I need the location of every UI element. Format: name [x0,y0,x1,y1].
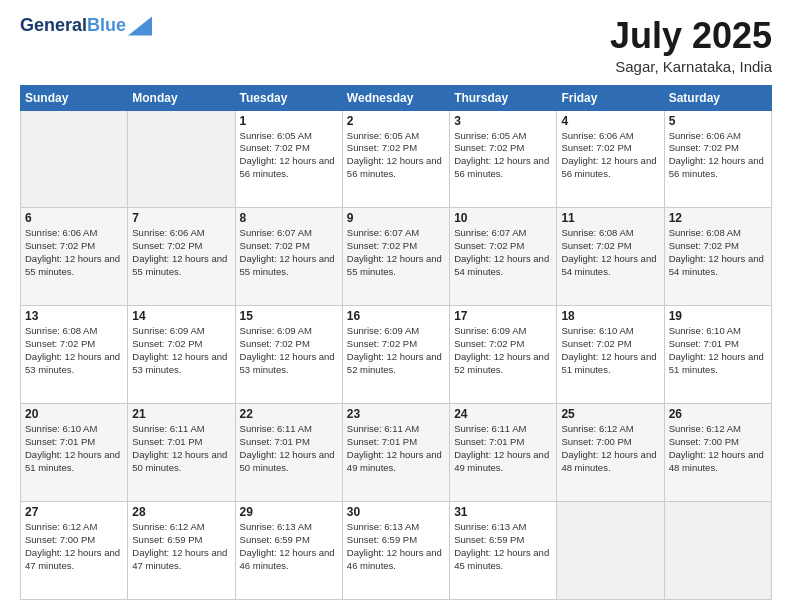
day-number: 15 [240,309,338,323]
calendar-cell: 9Sunrise: 6:07 AM Sunset: 7:02 PM Daylig… [342,208,449,306]
calendar-cell: 30Sunrise: 6:13 AM Sunset: 6:59 PM Dayli… [342,502,449,600]
calendar-week-row: 13Sunrise: 6:08 AM Sunset: 7:02 PM Dayli… [21,306,772,404]
calendar-cell: 27Sunrise: 6:12 AM Sunset: 7:00 PM Dayli… [21,502,128,600]
calendar-cell: 11Sunrise: 6:08 AM Sunset: 7:02 PM Dayli… [557,208,664,306]
calendar-week-row: 6Sunrise: 6:06 AM Sunset: 7:02 PM Daylig… [21,208,772,306]
calendar-cell: 18Sunrise: 6:10 AM Sunset: 7:02 PM Dayli… [557,306,664,404]
day-info: Sunrise: 6:09 AM Sunset: 7:02 PM Dayligh… [240,325,338,376]
calendar-cell: 2Sunrise: 6:05 AM Sunset: 7:02 PM Daylig… [342,110,449,208]
day-info: Sunrise: 6:10 AM Sunset: 7:02 PM Dayligh… [561,325,659,376]
calendar-cell: 6Sunrise: 6:06 AM Sunset: 7:02 PM Daylig… [21,208,128,306]
day-info: Sunrise: 6:05 AM Sunset: 7:02 PM Dayligh… [454,130,552,181]
calendar: SundayMondayTuesdayWednesdayThursdayFrid… [20,85,772,600]
weekday-header: Sunday [21,85,128,110]
calendar-cell: 3Sunrise: 6:05 AM Sunset: 7:02 PM Daylig… [450,110,557,208]
day-number: 11 [561,211,659,225]
calendar-cell: 15Sunrise: 6:09 AM Sunset: 7:02 PM Dayli… [235,306,342,404]
day-number: 10 [454,211,552,225]
day-number: 1 [240,114,338,128]
weekday-header: Monday [128,85,235,110]
day-number: 3 [454,114,552,128]
calendar-cell: 4Sunrise: 6:06 AM Sunset: 7:02 PM Daylig… [557,110,664,208]
logo-text: GeneralBlue [20,16,126,36]
calendar-cell: 28Sunrise: 6:12 AM Sunset: 6:59 PM Dayli… [128,502,235,600]
calendar-cell: 19Sunrise: 6:10 AM Sunset: 7:01 PM Dayli… [664,306,771,404]
calendar-cell: 21Sunrise: 6:11 AM Sunset: 7:01 PM Dayli… [128,404,235,502]
calendar-cell: 7Sunrise: 6:06 AM Sunset: 7:02 PM Daylig… [128,208,235,306]
calendar-cell: 20Sunrise: 6:10 AM Sunset: 7:01 PM Dayli… [21,404,128,502]
day-info: Sunrise: 6:11 AM Sunset: 7:01 PM Dayligh… [132,423,230,474]
calendar-cell: 26Sunrise: 6:12 AM Sunset: 7:00 PM Dayli… [664,404,771,502]
calendar-cell [128,110,235,208]
calendar-cell: 31Sunrise: 6:13 AM Sunset: 6:59 PM Dayli… [450,502,557,600]
calendar-cell [557,502,664,600]
calendar-header: SundayMondayTuesdayWednesdayThursdayFrid… [21,85,772,110]
day-info: Sunrise: 6:06 AM Sunset: 7:02 PM Dayligh… [25,227,123,278]
day-info: Sunrise: 6:11 AM Sunset: 7:01 PM Dayligh… [454,423,552,474]
calendar-cell: 16Sunrise: 6:09 AM Sunset: 7:02 PM Dayli… [342,306,449,404]
weekday-header: Saturday [664,85,771,110]
day-info: Sunrise: 6:09 AM Sunset: 7:02 PM Dayligh… [347,325,445,376]
calendar-week-row: 20Sunrise: 6:10 AM Sunset: 7:01 PM Dayli… [21,404,772,502]
day-number: 9 [347,211,445,225]
weekday-row: SundayMondayTuesdayWednesdayThursdayFrid… [21,85,772,110]
day-info: Sunrise: 6:12 AM Sunset: 6:59 PM Dayligh… [132,521,230,572]
day-number: 4 [561,114,659,128]
weekday-header: Friday [557,85,664,110]
day-number: 19 [669,309,767,323]
day-info: Sunrise: 6:07 AM Sunset: 7:02 PM Dayligh… [347,227,445,278]
day-info: Sunrise: 6:10 AM Sunset: 7:01 PM Dayligh… [25,423,123,474]
page: GeneralBlue July 2025 Sagar, Karnataka, … [0,0,792,612]
day-number: 12 [669,211,767,225]
day-number: 30 [347,505,445,519]
day-number: 21 [132,407,230,421]
calendar-cell: 13Sunrise: 6:08 AM Sunset: 7:02 PM Dayli… [21,306,128,404]
day-number: 28 [132,505,230,519]
location: Sagar, Karnataka, India [610,58,772,75]
day-info: Sunrise: 6:07 AM Sunset: 7:02 PM Dayligh… [454,227,552,278]
calendar-cell [21,110,128,208]
month-year: July 2025 [610,16,772,56]
day-number: 14 [132,309,230,323]
day-info: Sunrise: 6:06 AM Sunset: 7:02 PM Dayligh… [669,130,767,181]
day-info: Sunrise: 6:05 AM Sunset: 7:02 PM Dayligh… [240,130,338,181]
weekday-header: Wednesday [342,85,449,110]
day-info: Sunrise: 6:13 AM Sunset: 6:59 PM Dayligh… [240,521,338,572]
day-info: Sunrise: 6:06 AM Sunset: 7:02 PM Dayligh… [561,130,659,181]
svg-marker-0 [128,16,152,35]
calendar-cell: 25Sunrise: 6:12 AM Sunset: 7:00 PM Dayli… [557,404,664,502]
calendar-cell: 29Sunrise: 6:13 AM Sunset: 6:59 PM Dayli… [235,502,342,600]
calendar-cell: 5Sunrise: 6:06 AM Sunset: 7:02 PM Daylig… [664,110,771,208]
day-number: 13 [25,309,123,323]
day-number: 27 [25,505,123,519]
day-info: Sunrise: 6:12 AM Sunset: 7:00 PM Dayligh… [25,521,123,572]
day-info: Sunrise: 6:12 AM Sunset: 7:00 PM Dayligh… [669,423,767,474]
day-info: Sunrise: 6:09 AM Sunset: 7:02 PM Dayligh… [454,325,552,376]
calendar-cell: 24Sunrise: 6:11 AM Sunset: 7:01 PM Dayli… [450,404,557,502]
calendar-cell [664,502,771,600]
day-number: 22 [240,407,338,421]
day-info: Sunrise: 6:08 AM Sunset: 7:02 PM Dayligh… [669,227,767,278]
day-info: Sunrise: 6:12 AM Sunset: 7:00 PM Dayligh… [561,423,659,474]
day-info: Sunrise: 6:10 AM Sunset: 7:01 PM Dayligh… [669,325,767,376]
title-block: July 2025 Sagar, Karnataka, India [610,16,772,75]
logo: GeneralBlue [20,16,152,36]
calendar-cell: 22Sunrise: 6:11 AM Sunset: 7:01 PM Dayli… [235,404,342,502]
day-number: 31 [454,505,552,519]
weekday-header: Thursday [450,85,557,110]
day-number: 24 [454,407,552,421]
calendar-week-row: 27Sunrise: 6:12 AM Sunset: 7:00 PM Dayli… [21,502,772,600]
weekday-header: Tuesday [235,85,342,110]
day-info: Sunrise: 6:11 AM Sunset: 7:01 PM Dayligh… [347,423,445,474]
day-number: 2 [347,114,445,128]
day-info: Sunrise: 6:13 AM Sunset: 6:59 PM Dayligh… [454,521,552,572]
day-number: 20 [25,407,123,421]
day-info: Sunrise: 6:09 AM Sunset: 7:02 PM Dayligh… [132,325,230,376]
day-info: Sunrise: 6:13 AM Sunset: 6:59 PM Dayligh… [347,521,445,572]
day-number: 25 [561,407,659,421]
calendar-cell: 17Sunrise: 6:09 AM Sunset: 7:02 PM Dayli… [450,306,557,404]
day-info: Sunrise: 6:07 AM Sunset: 7:02 PM Dayligh… [240,227,338,278]
day-number: 16 [347,309,445,323]
calendar-cell: 23Sunrise: 6:11 AM Sunset: 7:01 PM Dayli… [342,404,449,502]
day-number: 7 [132,211,230,225]
